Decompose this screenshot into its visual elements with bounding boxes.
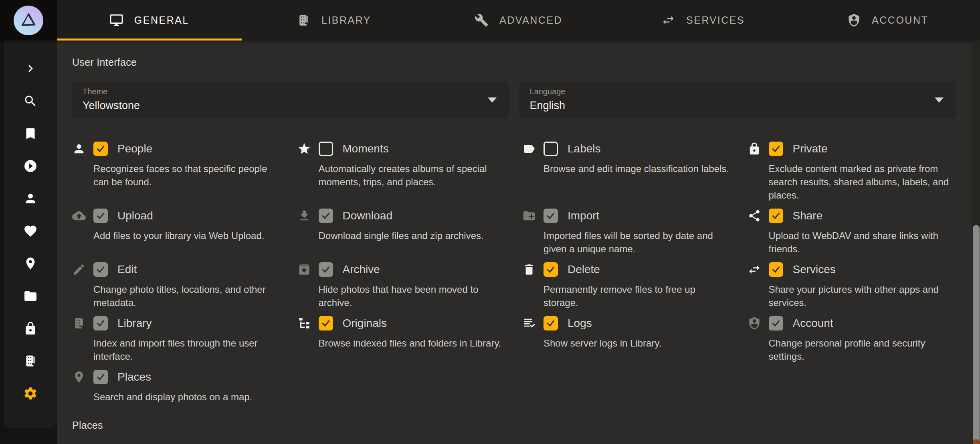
feature-edit: EditChange photo titles, locations, and … — [72, 262, 281, 309]
cloud-upload-icon — [72, 209, 87, 223]
sidebar-item-videos[interactable] — [4, 150, 57, 182]
feature-toggles-grid: PeopleRecognizes faces so that specific … — [72, 141, 956, 410]
archive-down-icon — [297, 263, 313, 276]
feature-label: Archive — [343, 263, 380, 276]
feature-private: PrivateExclude content marked as private… — [748, 141, 956, 202]
label-icon — [522, 142, 537, 156]
feature-description: Permanently remove files to free up stor… — [544, 283, 731, 309]
private-checkbox[interactable] — [769, 142, 783, 156]
sidebar-item-folders[interactable] — [4, 280, 57, 312]
edit-checkbox[interactable] — [93, 262, 108, 277]
sidebar-item-search[interactable] — [4, 85, 57, 117]
feature-library: LibraryIndex and import files through th… — [72, 316, 281, 363]
feature-description: Exclude content marked as private from s… — [769, 162, 956, 202]
people-checkbox[interactable] — [93, 142, 108, 156]
feature-places: PlacesSearch and display photos on a map… — [72, 369, 281, 403]
feature-label: Services — [793, 263, 836, 276]
chevron-down-icon — [488, 97, 497, 103]
originals-checkbox[interactable] — [319, 316, 333, 330]
camera-roll-icon — [23, 354, 38, 368]
feature-description: Imported files will be sorted by date an… — [544, 229, 731, 255]
import-checkbox[interactable] — [544, 209, 558, 223]
select-value: Yellowstone — [83, 99, 498, 112]
feature-label: Delete — [568, 263, 600, 276]
feature-download: DownloadDownload single files and zip ar… — [297, 208, 506, 255]
chevron-down-icon — [935, 97, 944, 103]
tab-label: ADVANCED — [499, 14, 562, 26]
swap-horizontal-icon — [661, 13, 675, 27]
feature-label: Originals — [343, 317, 387, 330]
tab-general[interactable]: GENERAL — [57, 0, 242, 41]
sidebar-item-private[interactable] — [4, 312, 57, 345]
app-logo-button[interactable] — [0, 0, 57, 41]
cog-icon — [23, 386, 38, 401]
scrollbar-track[interactable] — [972, 41, 980, 444]
feature-head: People — [72, 141, 281, 156]
file-tree-icon — [297, 316, 313, 330]
feature-head: Logs — [522, 316, 731, 331]
feature-head: Services — [748, 262, 956, 277]
map-marker-icon — [72, 370, 87, 384]
feature-label: Download — [343, 209, 393, 222]
feature-head: Originals — [297, 316, 506, 331]
swap-horizontal-icon — [748, 263, 763, 276]
feature-description: Hide photos that have been moved to arch… — [319, 283, 506, 309]
archive-checkbox[interactable] — [319, 262, 333, 277]
sidebar-item-expand[interactable] — [4, 52, 57, 85]
feature-description: Upload to WebDAV and share links with fr… — [769, 229, 956, 255]
shield-account-icon — [748, 316, 763, 330]
feature-services: ServicesShare your pictures with other a… — [748, 262, 956, 309]
select-value: English — [530, 99, 946, 112]
sidebar-item-people[interactable] — [4, 182, 57, 215]
sidebar-item-albums[interactable] — [4, 117, 57, 150]
tab-library[interactable]: LIBRARY — [242, 0, 426, 41]
share-checkbox[interactable] — [769, 209, 783, 223]
sidebar-item-settings[interactable] — [4, 377, 57, 410]
feature-description: Show server logs in Library. — [544, 337, 731, 350]
feature-description: Change personal profile and security set… — [769, 337, 956, 363]
feature-import: ImportImported files will be sorted by d… — [522, 208, 731, 255]
services-checkbox[interactable] — [769, 262, 783, 277]
places-checkbox[interactable] — [93, 370, 108, 384]
logs-checkbox[interactable] — [544, 316, 558, 330]
sidebar-item-favorites[interactable] — [4, 215, 57, 247]
scrollbar-thumb[interactable] — [973, 225, 980, 444]
tab-advanced[interactable]: ADVANCED — [426, 0, 611, 41]
feature-head: Delete — [522, 262, 731, 277]
labels-checkbox[interactable] — [544, 142, 558, 156]
feature-label: Library — [117, 317, 152, 330]
download-checkbox[interactable] — [319, 209, 333, 223]
star-icon — [297, 142, 313, 156]
upload-checkbox[interactable] — [93, 209, 108, 223]
language-select[interactable]: LanguageEnglish — [519, 81, 956, 119]
section-title-user-interface: User Interface — [72, 57, 956, 68]
feature-label: Private — [793, 142, 828, 155]
feature-label: Edit — [117, 263, 137, 276]
feature-label: Logs — [568, 317, 592, 330]
feature-description: Share your pictures with other apps and … — [769, 283, 956, 309]
sidebar-panel — [4, 41, 57, 428]
feature-label: Places — [117, 371, 151, 383]
feature-head: Library — [72, 316, 281, 331]
theme-select[interactable]: ThemeYellowstone — [72, 81, 509, 119]
tab-services[interactable]: SERVICES — [611, 0, 796, 41]
feature-description: Change photo titles, locations, and othe… — [93, 283, 281, 309]
settings-general-content: User Interface ThemeYellowstoneLanguageE… — [57, 41, 980, 444]
feature-share: ShareUpload to WebDAV and share links wi… — [748, 208, 956, 255]
account-checkbox[interactable] — [769, 316, 783, 330]
tab-account[interactable]: ACCOUNT — [795, 0, 980, 41]
moments-checkbox[interactable] — [319, 142, 333, 156]
feature-description: Browse indexed files and folders in Libr… — [319, 337, 506, 350]
sidebar-item-places[interactable] — [4, 247, 57, 280]
delete-checkbox[interactable] — [544, 262, 558, 277]
bookmark-icon — [23, 126, 38, 141]
shield-account-icon — [847, 13, 861, 27]
sidebar-item-library[interactable] — [4, 345, 57, 377]
play-circle-icon — [23, 159, 38, 173]
wrench-icon — [475, 13, 489, 27]
library-checkbox[interactable] — [93, 316, 108, 330]
feature-upload: UploadAdd files to your library via Web … — [72, 208, 281, 255]
section-title-places: Places — [72, 420, 956, 431]
person-icon — [72, 142, 87, 156]
feature-description: Index and import files through the user … — [93, 337, 281, 363]
